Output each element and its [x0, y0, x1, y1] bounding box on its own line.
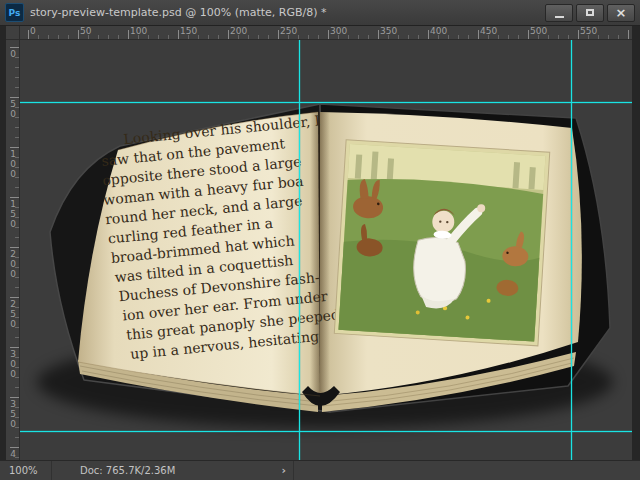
right-page-illustration: [334, 140, 549, 346]
status-bar: 100% Doc: 765.7K/2.36M ›: [0, 460, 640, 480]
window-controls: ×: [545, 4, 635, 22]
ruler-label: 200: [230, 27, 247, 36]
ruler-label: 450: [480, 27, 497, 36]
minimize-button[interactable]: [545, 4, 573, 22]
ruler-label: 350: [8, 399, 17, 429]
guide-horizontal-1[interactable]: [20, 102, 632, 103]
ruler-label: 0: [30, 27, 36, 36]
maximize-icon: [586, 9, 594, 16]
ruler-label: 300: [8, 349, 17, 379]
photoshop-app-icon: Ps: [5, 3, 24, 22]
close-button[interactable]: ×: [607, 4, 635, 22]
document-image: Looking over his shoulder, I saw that on…: [20, 40, 632, 460]
ruler-corner[interactable]: [6, 26, 20, 40]
doc-info-text: Doc: 765.7K/2.36M: [80, 465, 175, 476]
guide-vertical-1[interactable]: [299, 40, 300, 460]
ruler-label: 550: [580, 27, 597, 36]
maximize-button[interactable]: [576, 4, 604, 22]
ruler-label: 350: [380, 27, 397, 36]
ruler-label: 400: [8, 449, 17, 460]
ruler-label: 250: [8, 299, 17, 329]
ruler-label: 100: [130, 27, 147, 36]
ruler-label: 200: [8, 249, 17, 279]
status-options-chevron-icon[interactable]: ›: [281, 464, 286, 477]
ruler-label: 0: [8, 49, 17, 59]
close-icon: ×: [616, 6, 627, 19]
ruler-label: 500: [530, 27, 547, 36]
work-area: 0 50 100 150 200 250 300 350 400 450 500…: [0, 26, 640, 460]
vertical-ruler[interactable]: 0 50 100 150 200 250 300 350 400: [6, 40, 20, 460]
window-title: story-preview-template.psd @ 100% (matte…: [30, 6, 545, 19]
doc-info-field[interactable]: Doc: 765.7K/2.36M ›: [52, 461, 294, 480]
guide-horizontal-2[interactable]: [20, 431, 632, 432]
photoshop-window: Ps story-preview-template.psd @ 100% (ma…: [0, 0, 640, 480]
ruler-label: 400: [430, 27, 447, 36]
ruler-label: 250: [280, 27, 297, 36]
minimize-icon: [555, 16, 564, 18]
ruler-label: 50: [80, 27, 91, 36]
ruler-label: 150: [8, 199, 17, 229]
zoom-level-field[interactable]: 100%: [0, 461, 52, 480]
ruler-label: 100: [8, 149, 17, 179]
ruler-label: 50: [8, 99, 17, 119]
horizontal-ruler[interactable]: 0 50 100 150 200 250 300 350 400 450 500…: [20, 26, 632, 40]
ruler-label: 300: [330, 27, 347, 36]
ruler-label: 150: [180, 27, 197, 36]
titlebar[interactable]: Ps story-preview-template.psd @ 100% (ma…: [0, 0, 640, 26]
canvas[interactable]: Looking over his shoulder, I saw that on…: [20, 40, 632, 460]
guide-vertical-2[interactable]: [571, 40, 572, 460]
